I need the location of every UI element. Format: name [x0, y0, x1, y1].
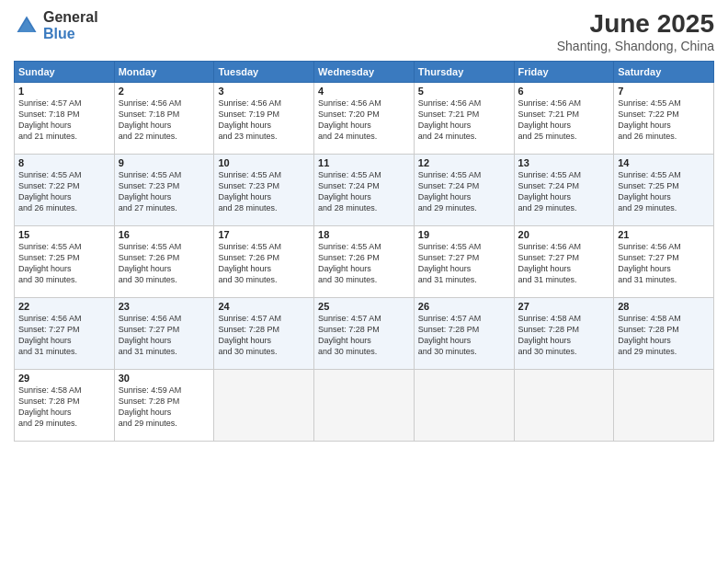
day-number: 1 [18, 86, 110, 97]
day-info: Sunrise: 4:55 AMSunset: 7:22 PMDaylight … [18, 169, 110, 214]
title-block: June 2025 Shanting, Shandong, China [557, 9, 714, 53]
table-row: 9Sunrise: 4:55 AMSunset: 7:23 PMDaylight… [114, 155, 214, 226]
day-info: Sunrise: 4:57 AMSunset: 7:28 PMDaylight … [218, 313, 310, 358]
calendar: Sunday Monday Tuesday Wednesday Thursday… [14, 61, 714, 442]
day-info: Sunrise: 4:57 AMSunset: 7:18 PMDaylight … [18, 98, 110, 143]
table-row: 10Sunrise: 4:55 AMSunset: 7:23 PMDayligh… [214, 155, 314, 226]
day-info: Sunrise: 4:56 AMSunset: 7:27 PMDaylight … [18, 313, 110, 358]
col-tuesday: Tuesday [214, 62, 314, 83]
calendar-week-3: 15Sunrise: 4:55 AMSunset: 7:25 PMDayligh… [15, 226, 714, 298]
day-info: Sunrise: 4:58 AMSunset: 7:28 PMDaylight … [518, 313, 610, 358]
table-row: 22Sunrise: 4:56 AMSunset: 7:27 PMDayligh… [15, 298, 115, 370]
table-row: 14Sunrise: 4:55 AMSunset: 7:25 PMDayligh… [614, 155, 714, 226]
location: Shanting, Shandong, China [557, 39, 714, 53]
col-wednesday: Wednesday [314, 62, 415, 83]
calendar-week-1: 1Sunrise: 4:57 AMSunset: 7:18 PMDaylight… [15, 83, 714, 155]
day-info: Sunrise: 4:56 AMSunset: 7:18 PMDaylight … [119, 98, 210, 143]
col-saturday: Saturday [614, 62, 714, 83]
table-row: 5Sunrise: 4:56 AMSunset: 7:21 PMDaylight… [414, 83, 514, 155]
day-number: 6 [518, 86, 610, 97]
table-row: 15Sunrise: 4:55 AMSunset: 7:25 PMDayligh… [15, 226, 115, 298]
day-number: 26 [418, 301, 510, 312]
calendar-week-2: 8Sunrise: 4:55 AMSunset: 7:22 PMDaylight… [15, 155, 714, 226]
table-row: 8Sunrise: 4:55 AMSunset: 7:22 PMDaylight… [15, 155, 115, 226]
table-row [414, 370, 514, 442]
day-number: 15 [18, 229, 110, 240]
col-sunday: Sunday [15, 62, 115, 83]
day-info: Sunrise: 4:55 AMSunset: 7:22 PMDaylight … [618, 98, 710, 143]
day-info: Sunrise: 4:55 AMSunset: 7:26 PMDaylight … [119, 241, 210, 286]
table-row: 7Sunrise: 4:55 AMSunset: 7:22 PMDaylight… [614, 83, 714, 155]
day-info: Sunrise: 4:55 AMSunset: 7:24 PMDaylight … [418, 169, 510, 214]
day-number: 10 [218, 157, 310, 168]
calendar-week-4: 22Sunrise: 4:56 AMSunset: 7:27 PMDayligh… [15, 298, 714, 370]
day-number: 28 [618, 301, 710, 312]
month-year: June 2025 [557, 9, 714, 39]
day-info: Sunrise: 4:58 AMSunset: 7:28 PMDaylight … [18, 385, 110, 430]
table-row [314, 370, 415, 442]
table-row: 17Sunrise: 4:55 AMSunset: 7:26 PMDayligh… [214, 226, 314, 298]
day-number: 24 [218, 301, 310, 312]
day-info: Sunrise: 4:56 AMSunset: 7:21 PMDaylight … [418, 98, 510, 143]
table-row: 18Sunrise: 4:55 AMSunset: 7:26 PMDayligh… [314, 226, 415, 298]
day-number: 17 [218, 229, 310, 240]
table-row: 27Sunrise: 4:58 AMSunset: 7:28 PMDayligh… [514, 298, 614, 370]
table-row: 3Sunrise: 4:56 AMSunset: 7:19 PMDaylight… [214, 83, 314, 155]
day-number: 23 [119, 301, 210, 312]
day-info: Sunrise: 4:55 AMSunset: 7:26 PMDaylight … [318, 241, 410, 286]
table-row: 4Sunrise: 4:56 AMSunset: 7:20 PMDaylight… [314, 83, 415, 155]
logo-general: General [43, 9, 98, 26]
table-row: 2Sunrise: 4:56 AMSunset: 7:18 PMDaylight… [114, 83, 214, 155]
table-row: 6Sunrise: 4:56 AMSunset: 7:21 PMDaylight… [514, 83, 614, 155]
day-number: 12 [418, 157, 510, 168]
table-row: 19Sunrise: 4:55 AMSunset: 7:27 PMDayligh… [414, 226, 514, 298]
day-info: Sunrise: 4:56 AMSunset: 7:27 PMDaylight … [618, 241, 710, 286]
day-info: Sunrise: 4:55 AMSunset: 7:25 PMDaylight … [618, 169, 710, 214]
table-row: 16Sunrise: 4:55 AMSunset: 7:26 PMDayligh… [114, 226, 214, 298]
col-friday: Friday [514, 62, 614, 83]
day-info: Sunrise: 4:55 AMSunset: 7:26 PMDaylight … [218, 241, 310, 286]
header: General Blue June 2025 Shanting, Shandon… [14, 9, 714, 53]
day-info: Sunrise: 4:56 AMSunset: 7:21 PMDaylight … [518, 98, 610, 143]
day-info: Sunrise: 4:57 AMSunset: 7:28 PMDaylight … [418, 313, 510, 358]
day-info: Sunrise: 4:56 AMSunset: 7:19 PMDaylight … [218, 98, 310, 143]
day-info: Sunrise: 4:56 AMSunset: 7:27 PMDaylight … [518, 241, 610, 286]
table-row [514, 370, 614, 442]
table-row: 28Sunrise: 4:58 AMSunset: 7:28 PMDayligh… [614, 298, 714, 370]
day-info: Sunrise: 4:55 AMSunset: 7:27 PMDaylight … [418, 241, 510, 286]
day-info: Sunrise: 4:55 AMSunset: 7:24 PMDaylight … [318, 169, 410, 214]
table-row [614, 370, 714, 442]
table-row: 12Sunrise: 4:55 AMSunset: 7:24 PMDayligh… [414, 155, 514, 226]
table-row: 13Sunrise: 4:55 AMSunset: 7:24 PMDayligh… [514, 155, 614, 226]
day-number: 22 [18, 301, 110, 312]
day-number: 29 [18, 373, 110, 384]
day-number: 16 [119, 229, 210, 240]
day-number: 14 [618, 157, 710, 168]
day-info: Sunrise: 4:55 AMSunset: 7:24 PMDaylight … [518, 169, 610, 214]
logo: General Blue [14, 9, 98, 41]
table-row: 20Sunrise: 4:56 AMSunset: 7:27 PMDayligh… [514, 226, 614, 298]
day-number: 5 [418, 86, 510, 97]
table-row: 26Sunrise: 4:57 AMSunset: 7:28 PMDayligh… [414, 298, 514, 370]
day-number: 25 [318, 301, 410, 312]
day-number: 30 [119, 373, 210, 384]
table-row: 23Sunrise: 4:56 AMSunset: 7:27 PMDayligh… [114, 298, 214, 370]
table-row: 25Sunrise: 4:57 AMSunset: 7:28 PMDayligh… [314, 298, 415, 370]
day-number: 4 [318, 86, 410, 97]
day-number: 3 [218, 86, 310, 97]
logo-icon [14, 13, 40, 39]
logo-blue: Blue [43, 26, 98, 42]
day-number: 11 [318, 157, 410, 168]
day-info: Sunrise: 4:59 AMSunset: 7:28 PMDaylight … [119, 385, 210, 430]
day-info: Sunrise: 4:56 AMSunset: 7:20 PMDaylight … [318, 98, 410, 143]
calendar-week-5: 29Sunrise: 4:58 AMSunset: 7:28 PMDayligh… [15, 370, 714, 442]
table-row: 29Sunrise: 4:58 AMSunset: 7:28 PMDayligh… [15, 370, 115, 442]
page: General Blue June 2025 Shanting, Shandon… [0, 0, 728, 563]
table-row [214, 370, 314, 442]
day-info: Sunrise: 4:58 AMSunset: 7:28 PMDaylight … [618, 313, 710, 358]
table-row: 21Sunrise: 4:56 AMSunset: 7:27 PMDayligh… [614, 226, 714, 298]
day-info: Sunrise: 4:55 AMSunset: 7:23 PMDaylight … [218, 169, 310, 214]
day-number: 7 [618, 86, 710, 97]
calendar-header-row: Sunday Monday Tuesday Wednesday Thursday… [15, 62, 714, 83]
day-info: Sunrise: 4:55 AMSunset: 7:25 PMDaylight … [18, 241, 110, 286]
